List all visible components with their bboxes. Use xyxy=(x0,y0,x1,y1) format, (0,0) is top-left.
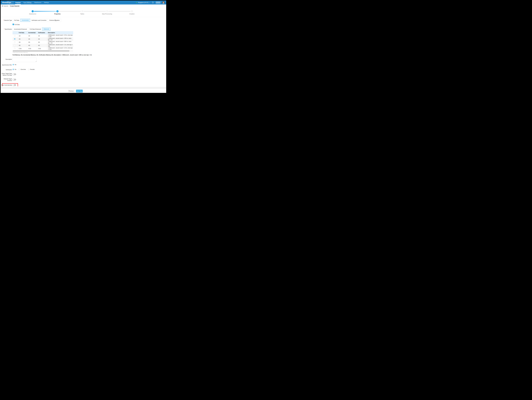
col-header-incremental: Incremental xyxy=(27,31,37,34)
datajob-type-help-icon[interactable]: ? xyxy=(54,19,56,21)
description-textarea[interactable] xyxy=(13,58,37,62)
avatar[interactable] xyxy=(162,1,165,4)
verification-onetime-radio[interactable] xyxy=(19,69,20,70)
nav-tab-sync-settings[interactable]: Sync Settings xyxy=(22,0,33,5)
rebuild-target-schema-toggle[interactable] xyxy=(13,79,16,81)
verification-no-label[interactable]: No xyxy=(15,69,16,70)
col-header-full-data: Full Data xyxy=(18,31,27,34)
topbar-right-cluster: Singapore (v0.4.0) ? xyxy=(136,1,166,4)
top-navigation-bar: BladePipe DataJob Sync Settings DataSour… xyxy=(1,0,166,5)
stepper-connector-done xyxy=(34,11,56,12)
chevron-down-icon[interactable] xyxy=(149,2,150,3)
stepper-connector xyxy=(83,11,106,12)
breadcrumb: DataJob / Create DataJob xyxy=(2,5,19,7)
spec-row-5-radio[interactable] xyxy=(14,48,16,49)
verification-onetime-label[interactable]: One-time xyxy=(20,69,26,70)
region-status-dot xyxy=(136,2,137,3)
step-1-label: DataSource xyxy=(29,13,36,15)
stepper-connector xyxy=(108,11,131,12)
stepper-connector xyxy=(59,11,81,12)
synchronize-ddl-options: No xyxy=(13,64,16,65)
screenshot-frame: BladePipe DataJob Sync Settings DataSour… xyxy=(0,0,167,94)
verification-periodic-radio[interactable] xyxy=(28,69,30,70)
previous-button[interactable]: Previous xyxy=(68,90,74,92)
radio-column-header xyxy=(13,31,18,34)
step-2-label: Properties xyxy=(54,13,61,15)
content-bottom-shadow xyxy=(1,86,166,89)
next-step-button[interactable]: Next Step xyxy=(76,90,83,92)
start-automatically-label: Start Automatically xyxy=(1,84,12,86)
table-footnote: *DataTask Runtime Memory xyxy=(13,52,28,53)
step-4-circle: 4 xyxy=(106,10,108,12)
table-row[interactable]: 1G 1G 1G 1 KB/record , record count < 20… xyxy=(13,34,73,38)
nav-tab-datajob[interactable]: DataJob xyxy=(14,0,22,5)
verification-periodic-label[interactable]: Periodic xyxy=(30,69,35,70)
username-redacted xyxy=(156,2,160,4)
step-3-label: Tables xyxy=(80,13,84,15)
spec-row-1-radio[interactable] xyxy=(14,35,16,37)
table-row-selected[interactable]: 2G 2G 2G 1 KB/record , record count < 20… xyxy=(13,38,73,41)
datajob-type-option-full-data[interactable]: Full Data xyxy=(13,19,20,22)
description-label: Description xyxy=(1,58,12,60)
sync-ddl-no-label[interactable]: No xyxy=(15,64,16,65)
step-4-label: Data Processing xyxy=(102,13,112,15)
datajob-type-label: *DataJob Type xyxy=(1,19,12,21)
nav-tab-settings[interactable]: Settings xyxy=(43,0,50,5)
datajob-type-option-incremental[interactable]: Incremental xyxy=(20,19,30,22)
datajob-type-tabs: Full Data Incremental Verification and C… xyxy=(13,19,61,22)
required-asterisk: * xyxy=(3,19,4,21)
table-row[interactable]: 3G 3G 3G 1 KB/record , record count < 50… xyxy=(13,41,73,44)
step-1-circle-check-icon: ✓ xyxy=(32,10,34,12)
col-header-verification: Verification xyxy=(37,31,47,34)
spec-row-2-radio[interactable] xyxy=(14,38,16,40)
table-header-row: Full Data Incremental Verification Descr… xyxy=(13,31,73,34)
specification-table: Full Data Incremental Verification Descr… xyxy=(13,31,73,50)
full-data-checkbox[interactable]: ✓ xyxy=(13,24,14,25)
bladepipe-logo[interactable]: BladePipe xyxy=(1,1,14,4)
scrollbar-thumb[interactable] xyxy=(13,51,69,51)
wizard-stepper: ✓ 2 3 4 5 DataSource Properties Tables D… xyxy=(1,8,166,17)
rebuild-target-schema-label: Rebuild Target Schema xyxy=(1,78,12,81)
spec-row-3-radio[interactable] xyxy=(14,41,16,43)
spec-option-balanced[interactable]: Balanced xyxy=(42,28,51,31)
start-automatically-toggle[interactable] xyxy=(13,84,16,86)
sync-ddl-no-radio[interactable] xyxy=(13,64,14,65)
step-2-circle: 2 xyxy=(56,10,58,12)
clean-target-data-label: Clean Target Data Before Full Data xyxy=(1,73,12,76)
spec-option-incremental-enhanced[interactable]: Incremental Enhanced xyxy=(13,28,28,31)
step-3-circle: 3 xyxy=(81,10,83,12)
table-row[interactable]: 4G 4G 4G 1 KB/record , record count < 2 … xyxy=(13,44,73,47)
help-icon[interactable]: ? xyxy=(152,2,154,3)
breadcrumb-datajob[interactable]: DataJob xyxy=(3,5,8,7)
wizard-footer: Previous Next Step xyxy=(1,89,166,93)
required-asterisk: * xyxy=(4,28,4,30)
breadcrumb-accent-bar xyxy=(2,5,2,7)
spec-option-full-data-enhanced[interactable]: Full Data Enhanced xyxy=(28,28,42,31)
verification-label: Verification xyxy=(1,69,12,71)
specification-tabs: Incremental Enhanced Full Data Enhanced … xyxy=(13,28,51,31)
datajob-type-option-verification-correction[interactable]: Verification and Correction xyxy=(30,19,48,22)
synchronize-ddl-label: Synchronize DDL xyxy=(1,64,12,66)
region-version-selector[interactable]: Singapore (v0.4.0) xyxy=(138,2,148,3)
breadcrumb-separator: / xyxy=(9,5,9,7)
full-data-checkbox-label[interactable]: Full Data xyxy=(15,24,20,25)
spec-row-4-radio[interactable] xyxy=(14,45,16,46)
verification-options: No One-time Periodic xyxy=(13,69,35,70)
verification-no-radio[interactable] xyxy=(13,69,14,70)
table-horizontal-scrollbar[interactable] xyxy=(13,51,73,51)
col-header-description: Description xyxy=(47,31,73,34)
step-5-label: Creation xyxy=(129,13,135,15)
page-title: Create DataJob xyxy=(10,5,19,7)
main-nav: DataJob Sync Settings DataSource Setting… xyxy=(14,0,50,5)
specification-label: *Specification xyxy=(1,28,12,30)
selection-summary: Full Memory: 2G, Incremental Memory: 2G,… xyxy=(13,54,92,56)
table-row[interactable]: 0.5G 0.5G 0.5G 1 KB/record , record coun… xyxy=(13,47,73,50)
nav-tab-datasource[interactable]: DataSource xyxy=(33,0,43,5)
app-window: BladePipe DataJob Sync Settings DataSour… xyxy=(1,0,166,93)
clean-target-data-toggle[interactable] xyxy=(13,73,16,75)
step-5-circle: 5 xyxy=(131,10,133,12)
